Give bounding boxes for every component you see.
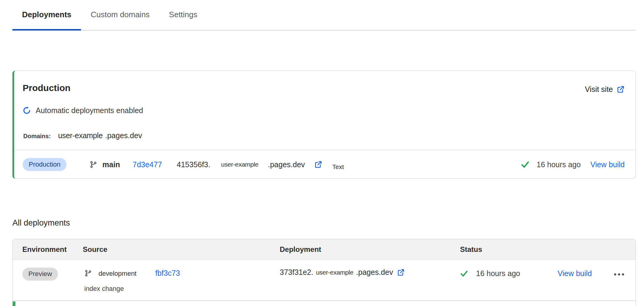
branch-name: main xyxy=(102,160,120,169)
table-row: Preview development fbf3c73 index change… xyxy=(13,260,636,301)
auto-deployments-status: Automatic deployments enabled xyxy=(23,106,143,115)
table-header: Environment Source Deployment Status xyxy=(13,239,636,260)
tab-settings[interactable]: Settings xyxy=(159,0,207,31)
deploy-time: 16 hours ago xyxy=(476,269,520,278)
git-branch-icon xyxy=(84,269,92,277)
visit-site-label: Visit site xyxy=(585,85,613,94)
deploy-time: 16 hours ago xyxy=(537,160,581,169)
commit-link[interactable]: fbf3c73 xyxy=(155,269,180,278)
tab-deployments[interactable]: Deployments xyxy=(12,0,81,31)
visit-site-link[interactable]: Visit site xyxy=(585,85,625,94)
domains-row: Domains: user-example .pages.dev xyxy=(23,131,142,140)
more-options-button[interactable] xyxy=(614,273,624,275)
annotation-text: Text xyxy=(332,163,344,171)
commit-link[interactable]: 7d3e477 xyxy=(133,160,162,169)
refresh-icon xyxy=(23,106,31,115)
production-deployment-row: Production main 7d3e477 415356f3. user-e… xyxy=(14,150,636,178)
next-row-production-indicator xyxy=(13,301,15,306)
tab-settings-label: Settings xyxy=(169,10,197,19)
environment-badge: Production xyxy=(23,158,66,171)
production-card-title: Production xyxy=(23,83,70,93)
external-link-icon xyxy=(617,85,625,93)
domains-label: Domains: xyxy=(23,133,51,140)
column-deployment: Deployment xyxy=(280,239,321,260)
column-environment: Environment xyxy=(22,239,67,260)
view-build-link[interactable]: View build xyxy=(590,160,625,169)
tab-bar: Deployments Custom domains Settings xyxy=(12,0,636,31)
deployment-name: user-example xyxy=(221,161,259,168)
branch-name: development xyxy=(98,270,137,278)
commit-message: index change xyxy=(84,285,124,293)
production-card: Production Visit site Automatic deployme… xyxy=(12,70,636,179)
success-check-icon xyxy=(460,269,468,278)
column-source: Source xyxy=(83,239,107,260)
tab-custom-domains-label: Custom domains xyxy=(91,10,150,19)
git-branch-icon xyxy=(89,161,97,168)
column-status: Status xyxy=(460,239,482,260)
deployment-suffix: .pages.dev xyxy=(268,160,305,169)
all-deployments-title: All deployments xyxy=(12,218,70,228)
deployment-suffix: .pages.dev xyxy=(356,268,393,277)
deployment-hash: 373f31e2. xyxy=(280,268,313,277)
environment-badge: Preview xyxy=(22,268,58,281)
view-build-link[interactable]: View build xyxy=(558,269,592,278)
open-deployment-icon[interactable] xyxy=(314,160,322,168)
deployment-hash: 415356f3. xyxy=(177,160,210,169)
tab-custom-domains[interactable]: Custom domains xyxy=(81,0,159,31)
deployments-table: Environment Source Deployment Status Pre… xyxy=(12,239,636,306)
domain-name: user-example xyxy=(58,131,103,140)
status-group: 16 hours ago View build xyxy=(521,160,625,169)
pages-deployments-screen: Deployments Custom domains Settings Prod… xyxy=(0,0,644,306)
tab-deployments-label: Deployments xyxy=(22,10,71,19)
domain-suffix: .pages.dev xyxy=(105,131,142,140)
open-deployment-icon[interactable] xyxy=(397,269,405,276)
auto-deployments-text: Automatic deployments enabled xyxy=(36,106,143,115)
success-check-icon xyxy=(521,160,530,169)
deployment-cell: 373f31e2. user-example .pages.dev xyxy=(280,268,405,277)
deployment-name: user-example xyxy=(316,269,353,276)
